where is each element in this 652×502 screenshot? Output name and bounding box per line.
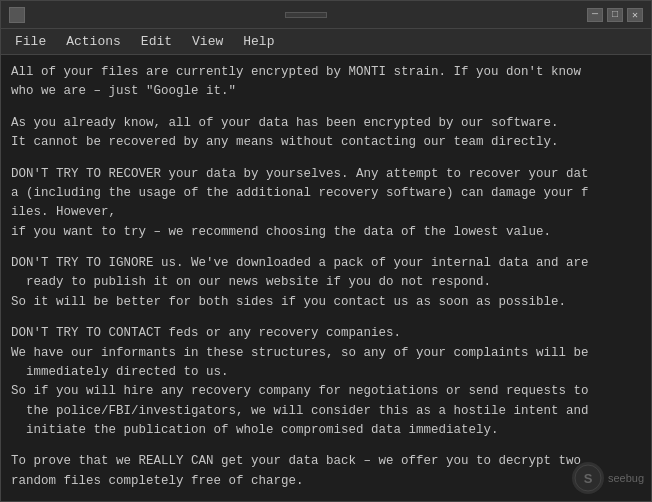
paragraph-1: All of your files are currently encrypte… [11, 63, 641, 102]
title-bar-left [9, 7, 25, 23]
watermark: S seebug [572, 462, 644, 494]
paragraph-3: DON'T TRY TO RECOVER your data by yourse… [11, 165, 641, 243]
window-title [285, 12, 327, 18]
main-window: ─ □ ✕ File Actions Edit View Help All of… [0, 0, 652, 502]
window-controls: ─ □ ✕ [587, 8, 643, 22]
menu-file[interactable]: File [5, 31, 56, 52]
paragraph-5: DON'T TRY TO CONTACT feds or any recover… [11, 324, 641, 440]
watermark-label: seebug [608, 472, 644, 484]
app-icon [9, 7, 25, 23]
paragraph-6: To prove that we REALLY CAN get your dat… [11, 452, 641, 491]
minimize-button[interactable]: ─ [587, 8, 603, 22]
menu-help[interactable]: Help [233, 31, 284, 52]
close-button[interactable]: ✕ [627, 8, 643, 22]
watermark-logo: S [572, 462, 604, 494]
menu-view[interactable]: View [182, 31, 233, 52]
menu-bar: File Actions Edit View Help [1, 29, 651, 55]
menu-actions[interactable]: Actions [56, 31, 131, 52]
paragraph-2: As you already know, all of your data ha… [11, 114, 641, 153]
svg-text:S: S [584, 471, 593, 486]
title-bar: ─ □ ✕ [1, 1, 651, 29]
menu-edit[interactable]: Edit [131, 31, 182, 52]
ransom-note-content: All of your files are currently encrypte… [1, 55, 651, 501]
maximize-button[interactable]: □ [607, 8, 623, 22]
paragraph-4: DON'T TRY TO IGNORE us. We've downloaded… [11, 254, 641, 312]
